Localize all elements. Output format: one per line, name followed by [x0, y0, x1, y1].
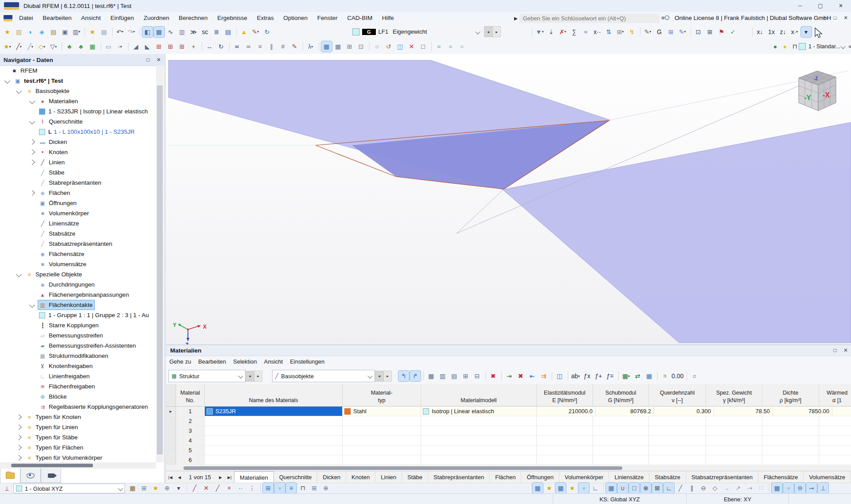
annotate-button[interactable]: ✎	[289, 41, 300, 52]
new-surface-button[interactable]: ◇ ▾	[37, 41, 47, 52]
filter-loads-button[interactable]: ▼ ▾	[535, 27, 545, 37]
mesh-settings-button[interactable]: ✎ ▾	[677, 27, 688, 37]
dimension3-button[interactable]: ≡	[255, 41, 265, 52]
navigator-horizontal-scrollbar[interactable]	[0, 462, 156, 469]
previous-load-case-button[interactable]: ◂	[484, 26, 492, 37]
tree-item[interactable]: ◆ Flächensätze	[0, 249, 156, 259]
redo-button[interactable]: ↷ ▾	[126, 27, 137, 37]
tree-item[interactable]: ╱ Liniensätze	[0, 218, 156, 229]
next-load-case-button[interactable]: ▸	[492, 26, 501, 37]
close-button[interactable]: ✕	[831, 0, 851, 12]
side-panel-button[interactable]: ◫	[554, 371, 565, 381]
surface-tool-button[interactable]: ▭	[103, 41, 114, 52]
move-right-button[interactable]: ⇉	[539, 371, 549, 381]
new-model-button[interactable]: ★	[2, 27, 13, 37]
expander-chevron-icon[interactable]	[29, 149, 35, 155]
search-expand-icon[interactable]: ▶	[514, 16, 518, 21]
sum-forces-options-button[interactable]: x· ▾	[789, 27, 800, 37]
insert-row-button[interactable]: ⇥	[504, 371, 515, 381]
tree-item[interactable]: ■ Basisobjekte	[0, 86, 156, 96]
find-button[interactable]: ○	[689, 371, 700, 381]
diagram-button[interactable]: ∿	[165, 27, 176, 37]
expander-chevron-icon[interactable]	[4, 78, 10, 84]
dimension5-button[interactable]: #	[278, 41, 289, 52]
model-viewport[interactable]: X Y Z -Y -X -Z	[166, 54, 851, 345]
menu-item[interactable]: Berechnen	[175, 15, 211, 21]
new-line-button[interactable]: ╱ ▾	[14, 41, 24, 52]
tree-item[interactable]: ◆ Flächen	[0, 188, 156, 198]
menu-item[interactable]: Optionen	[279, 15, 312, 21]
menu-item[interactable]: Bearbeiten	[39, 15, 75, 21]
snap-line-button[interactable]: ╱	[189, 483, 200, 493]
project-manager-button[interactable]: ▤	[48, 27, 59, 37]
tree-item[interactable]: ▲ Flächenergebnisanpassungen	[0, 290, 156, 300]
next-page-button[interactable]: ▶	[216, 471, 225, 484]
previous-table-button[interactable]: ◂	[246, 371, 254, 382]
grid-plus-button[interactable]: ⊕	[162, 483, 172, 493]
cell-thermal[interactable]	[832, 407, 851, 416]
expander-chevron-icon[interactable]	[29, 159, 35, 165]
probe-button[interactable]: ↯	[627, 27, 637, 37]
snap-dots-button[interactable]: ⋮	[247, 483, 258, 493]
cell-material-no[interactable]: 3	[176, 426, 205, 435]
cell-material-no[interactable]: 5	[176, 446, 205, 455]
result-grid-button[interactable]: ⊞ ▾	[615, 27, 626, 37]
column-header[interactable]: Spez. Gewicht γ [kN/m³]	[706, 384, 762, 406]
undo-button[interactable]: ↶ ▾	[115, 27, 125, 37]
tree-item[interactable]: ╱ Stabsatzrepräsentanten	[0, 239, 156, 249]
dimension4-button[interactable]: ∥	[266, 41, 277, 52]
lambda-button[interactable]: λ ▾	[305, 41, 316, 52]
tree-item[interactable]: ■ Spezielle Objekte	[0, 269, 156, 279]
navigator-views-tab[interactable]	[20, 469, 41, 483]
menu-item[interactable]: Datei	[15, 15, 37, 21]
console-button[interactable]: ≫	[188, 27, 199, 37]
center-button[interactable]: ⊕	[320, 483, 331, 493]
decimals-button[interactable]: 0.00	[671, 371, 684, 381]
triangle-tool-button[interactable]: ◢	[131, 41, 141, 52]
tree-item[interactable]: ⊻ Knotenfreigaben	[0, 361, 156, 371]
snap-box-button[interactable]: ▫	[578, 483, 589, 493]
cell-material-no[interactable]: 4	[176, 436, 205, 445]
snap-square-button[interactable]: □	[629, 483, 640, 493]
cell-g-modulus[interactable]: 80769.2	[596, 407, 654, 416]
sum-forces-z-button[interactable]: z↓	[778, 27, 789, 37]
load-case-combo[interactable]: G LF1 Eigengewicht ◂ ▸	[352, 26, 501, 37]
excel-button[interactable]: ▦ ▾	[621, 371, 632, 381]
table-view-button[interactable]: ▦	[426, 371, 437, 381]
solid-tool-button[interactable]: ▫ ▾	[115, 41, 125, 52]
cell-poisson[interactable]: 0.300	[654, 407, 714, 416]
tree-item[interactable]: ■ RFEM	[0, 66, 156, 76]
ok-indicator-button[interactable]: ●	[771, 41, 780, 52]
snap-raster-new-button[interactable]: ★	[567, 483, 578, 493]
tree-item[interactable]: ╱ Stabsätze	[0, 229, 156, 239]
table-row-empty[interactable]: 3	[166, 426, 851, 436]
minimize-button[interactable]: ─	[790, 0, 810, 12]
expander-chevron-icon[interactable]	[16, 88, 22, 94]
cell-material-type[interactable]: Stahl	[343, 407, 421, 416]
unlock-button[interactable]: ⊓	[790, 41, 799, 52]
expander-chevron-icon[interactable]	[29, 190, 35, 196]
tree-item[interactable]: ▬ Dicken	[0, 137, 156, 147]
expander-chevron-icon[interactable]	[16, 455, 22, 461]
table-tab[interactable]: Dicken	[317, 471, 346, 484]
go-to-next-button[interactable]: ↱	[410, 371, 421, 381]
go-to-previous-button[interactable]: ↰	[398, 371, 409, 381]
expander-chevron-icon[interactable]	[16, 271, 22, 277]
freeze-columns-button[interactable]: ▥	[437, 371, 448, 381]
circle-tool-button[interactable]: ○	[372, 41, 383, 52]
model-manager-button[interactable]: ◈	[37, 27, 47, 37]
add-node-button[interactable]: +	[188, 41, 199, 52]
cell-grid-button[interactable]: ⊞	[461, 371, 471, 381]
panel-menu-item[interactable]: Ansicht	[261, 356, 287, 368]
expander-chevron-icon[interactable]	[29, 98, 35, 104]
corner-snap-button[interactable]: ∟	[590, 483, 601, 493]
table-tab[interactable]: Volumensätze	[804, 471, 851, 484]
first-page-button[interactable]: |◀	[166, 471, 175, 484]
mesh-button[interactable]: ⊞	[666, 27, 676, 37]
table-tab[interactable]: Flächensätze	[758, 471, 804, 484]
keyword-search-input[interactable]	[519, 14, 660, 23]
structure-combo[interactable]: ▦ Struktur	[168, 370, 246, 382]
cell-specific-weight[interactable]: 78.50	[714, 407, 773, 416]
guide-circ-button[interactable]: ⊜	[795, 483, 805, 493]
zoom-window-button[interactable]: ⊞	[705, 27, 715, 37]
